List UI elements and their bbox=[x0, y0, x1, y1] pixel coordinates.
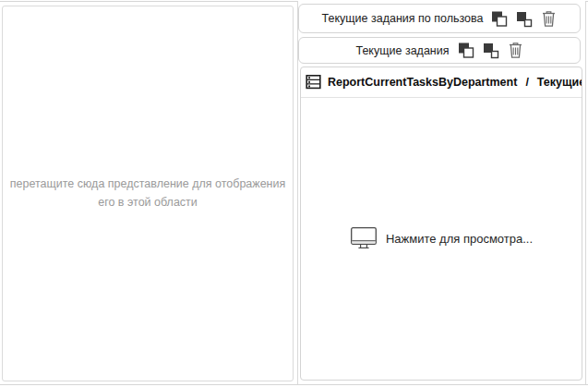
outer-bottom-border bbox=[0, 384, 588, 385]
report-view-panel: ReportCurrentTasksByDepartment / Текущие… bbox=[300, 67, 582, 381]
trash-icon[interactable] bbox=[541, 10, 557, 28]
hierarchy-icon[interactable] bbox=[483, 42, 499, 59]
copy-icon[interactable] bbox=[458, 42, 474, 59]
report-column: Текущие задания по пользова bbox=[297, 1, 586, 384]
hierarchy-icon[interactable] bbox=[516, 10, 533, 28]
drop-zone-placeholder: перетащите сюда представление для отобра… bbox=[3, 175, 293, 212]
breadcrumb: ReportCurrentTasksByDepartment / Текущие… bbox=[301, 67, 582, 98]
click-to-preview-label: Нажмите для просмотра... bbox=[386, 232, 533, 246]
view-header-current-tasks[interactable]: Текущие задания bbox=[298, 37, 581, 64]
view-drop-zone[interactable]: перетащите сюда представление для отобра… bbox=[2, 6, 294, 381]
view-header-current-tasks-by-users[interactable]: Текущие задания по пользова bbox=[298, 4, 581, 33]
view-header-label: Текущие задания bbox=[355, 44, 449, 57]
copy-icon[interactable] bbox=[491, 10, 508, 28]
breadcrumb-view-name: Текущие з bbox=[537, 76, 582, 89]
view-header-label: Текущие задания по пользова bbox=[322, 12, 484, 25]
breadcrumb-report-name: ReportCurrentTasksByDepartment bbox=[328, 76, 517, 89]
trash-icon[interactable] bbox=[508, 42, 523, 59]
click-to-preview-area[interactable]: Нажмите для просмотра... bbox=[301, 98, 582, 380]
dashboard-designer-surface: перетащите сюда представление для отобра… bbox=[0, 0, 588, 387]
monitor-icon bbox=[350, 226, 378, 251]
report-list-icon bbox=[306, 74, 322, 91]
breadcrumb-separator: / bbox=[525, 76, 528, 89]
